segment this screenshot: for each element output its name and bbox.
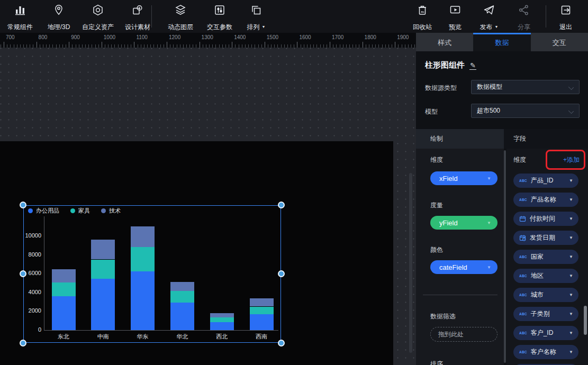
selection-handle[interactable] xyxy=(20,270,26,277)
subtab-fields[interactable]: 字段 xyxy=(504,129,588,149)
ruler-label: 1400 xyxy=(234,34,246,40)
workspace-scrollbar[interactable] xyxy=(409,173,412,353)
field-pill[interactable]: ABC地区▼ xyxy=(513,269,578,283)
filter-dropzone[interactable]: 拖到此处 xyxy=(430,327,497,342)
ruler-label: 1300 xyxy=(202,34,213,40)
field-name: 产品_ID xyxy=(531,176,554,185)
legend-item[interactable]: 技术 xyxy=(101,207,121,215)
field-name: 客户名称 xyxy=(531,348,556,357)
toolbar-item-regular-components[interactable]: 常规组件 xyxy=(0,3,42,31)
ruler-label: 700 xyxy=(6,34,15,40)
edit-pencil-icon[interactable]: ✎ xyxy=(469,61,476,70)
add-field-button[interactable]: +添加 xyxy=(563,156,580,165)
toolbar-item-geo-3d[interactable]: 地理/3D xyxy=(37,3,81,31)
y-axis-tick: 0 xyxy=(23,326,41,333)
color-pill-catefield[interactable]: cateField ▼ xyxy=(430,260,497,274)
chevron-down-icon: ▼ xyxy=(569,235,573,240)
field-pill[interactable]: ABC产品_ID▼ xyxy=(513,174,578,188)
fields-column: 维度 +添加 ABC产品_ID▼ABC产品名称▼付款时间▼发货日期▼ABC国家▼… xyxy=(506,149,588,365)
field-pill[interactable]: ABC客户名称▼ xyxy=(513,345,578,359)
field-pill[interactable]: 发货日期▼ xyxy=(513,231,578,245)
app-root: 常规组件 地理/3D 自定义资产 设计素材 动态图层 xyxy=(0,0,588,365)
bar-segment[interactable] xyxy=(52,269,76,282)
toolbar-item-share[interactable]: 分享 xyxy=(502,3,546,31)
x-axis-label: 西南 xyxy=(245,333,278,341)
field-pill[interactable]: ABC国家▼ xyxy=(513,250,578,264)
model-select[interactable]: 超市500 xyxy=(471,104,580,118)
chart-bars-icon xyxy=(14,3,26,17)
abc-field-icon: ABC xyxy=(519,293,527,297)
toolbar-item-arrange[interactable]: 排列▼ xyxy=(234,3,278,31)
tab-interaction[interactable]: 交互 xyxy=(531,33,588,51)
bar-segment[interactable] xyxy=(91,279,115,330)
chevron-down-icon: ▼ xyxy=(569,312,573,316)
field-pill[interactable]: ABC客户_ID▼ xyxy=(513,326,578,340)
map-pin-icon xyxy=(52,3,65,17)
measure-label: 度量 xyxy=(430,201,443,210)
component-title: 柱形图组件✎ xyxy=(425,60,476,70)
field-pill[interactable]: 付款时间▼ xyxy=(513,212,578,226)
bar-segment[interactable] xyxy=(131,271,155,330)
toolbar-item-dynamic-layers[interactable]: 动态图层 xyxy=(158,3,203,31)
bar-segment[interactable] xyxy=(52,296,76,330)
recycle-bin-icon xyxy=(416,3,429,17)
bar-segment[interactable] xyxy=(210,317,234,322)
bar-segment[interactable] xyxy=(250,314,274,330)
ruler-label: 1800 xyxy=(365,34,376,40)
design-canvas[interactable]: 办公用品家具技术 0200040006000800010000东北中南华东华北西… xyxy=(0,141,393,365)
selection-handle[interactable] xyxy=(278,270,285,277)
tab-data[interactable]: 数据 xyxy=(473,33,530,51)
selection-handle[interactable] xyxy=(278,340,285,346)
bar-segment[interactable] xyxy=(91,260,115,279)
panel-scrollbar[interactable] xyxy=(584,306,587,335)
bar-segment[interactable] xyxy=(52,282,76,296)
bar-segment[interactable] xyxy=(170,282,194,291)
bar-segment[interactable] xyxy=(131,226,155,247)
bar-chart-component[interactable]: 办公用品家具技术 0200040006000800010000东北中南华东华北西… xyxy=(23,205,281,343)
section-divider xyxy=(423,295,497,295)
x-axis-label: 东北 xyxy=(47,333,80,341)
legend-dot xyxy=(70,208,75,213)
legend-item[interactable]: 家具 xyxy=(70,207,90,215)
draw-column: 维度 xField ▼ 度量 yField ▼ 颜色 cateField ▼ 数… xyxy=(416,149,504,365)
arrange-icon xyxy=(250,3,263,17)
selection-handle[interactable] xyxy=(20,202,26,208)
field-name: 地区 xyxy=(531,271,544,280)
chevron-down-icon: ▼ xyxy=(569,293,573,297)
bar-segment[interactable] xyxy=(170,303,194,330)
field-pill[interactable]: ABC产品名称▼ xyxy=(513,193,578,207)
measure-pill-yfield[interactable]: yField ▼ xyxy=(430,216,497,230)
bar-segment[interactable] xyxy=(91,240,115,259)
selection-handle[interactable] xyxy=(20,340,26,346)
chevron-down-icon: ▼ xyxy=(569,273,573,278)
ruler-label: 900 xyxy=(71,34,80,40)
field-pill[interactable]: ABC子类别▼ xyxy=(513,307,578,321)
bar-segment[interactable] xyxy=(250,298,274,306)
toolbar-item-label: 地理/3D xyxy=(48,23,70,31)
tab-style[interactable]: 样式 xyxy=(416,33,473,51)
ruler-label: 800 xyxy=(39,34,48,40)
fields-group-label: 维度 xyxy=(513,156,526,165)
draw-column-scrollbar[interactable] xyxy=(504,150,506,363)
toolbar-item-custom-assets[interactable]: 自定义资产 xyxy=(76,3,120,31)
calendar-icon xyxy=(519,215,526,222)
toolbar-item-label: 动态图层 xyxy=(168,23,193,31)
bar-segment[interactable] xyxy=(210,313,234,317)
toolbar-item-exit[interactable]: 退出 xyxy=(544,3,588,31)
subtab-draw[interactable]: 绘制 xyxy=(416,129,504,149)
dimension-pill-xfield[interactable]: xField ▼ xyxy=(430,171,497,185)
bar-segment[interactable] xyxy=(170,291,194,303)
legend-item[interactable]: 办公用品 xyxy=(28,207,59,215)
field-pill[interactable]: ABC城市▼ xyxy=(513,288,578,302)
ruler-label: 1700 xyxy=(332,34,343,40)
bar-segment[interactable] xyxy=(250,307,274,314)
abc-field-icon: ABC xyxy=(519,179,527,182)
bar-segment[interactable] xyxy=(131,247,155,271)
selection-handle[interactable] xyxy=(278,202,285,208)
toolbar-item-design-materials[interactable]: 设计素材 xyxy=(115,3,160,31)
datasource-type-select[interactable]: 数据模型 xyxy=(471,80,580,94)
chevron-down-icon: ▼ xyxy=(262,25,266,29)
chevron-down-icon: ▼ xyxy=(569,216,573,221)
bar-segment[interactable] xyxy=(210,322,234,330)
x-axis-label: 华北 xyxy=(165,333,199,341)
